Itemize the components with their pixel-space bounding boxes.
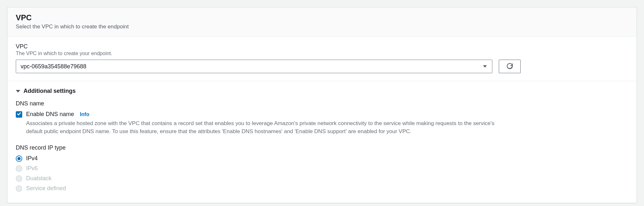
enable-dns-name-row: Enable DNS name Info — [16, 111, 628, 118]
vpc-select[interactable]: vpc-0659a354588e79688 — [16, 60, 492, 73]
dns-name-heading: DNS name — [16, 100, 628, 107]
dns-record-ip-type-group: DNS record IP type IPv4 IPv6 Dualstack S… — [16, 144, 628, 192]
refresh-icon — [506, 63, 513, 71]
radio-service-defined-label: Service defined — [26, 185, 66, 192]
radio-service-defined — [16, 185, 22, 192]
additional-settings-section: Additional settings DNS name Enable DNS … — [7, 81, 637, 203]
radio-dualstack-row: Dualstack — [16, 175, 628, 182]
vpc-field-label: VPC — [16, 43, 628, 50]
vpc-panel: VPC Select the VPC in which to create th… — [7, 7, 637, 203]
radio-ipv6-label: IPv6 — [26, 165, 38, 172]
radio-ipv4[interactable] — [16, 155, 22, 162]
radio-dualstack-label: Dualstack — [26, 175, 52, 182]
additional-settings-toggle[interactable]: Additional settings — [16, 88, 628, 94]
checkmark-icon — [17, 111, 21, 118]
radio-dualstack — [16, 175, 22, 182]
panel-subtitle: Select the VPC in which to create the en… — [16, 24, 628, 30]
radio-ipv4-label: IPv4 — [26, 155, 38, 162]
radio-ipv6-row: IPv6 — [16, 165, 628, 172]
vpc-select-section: VPC The VPC in which to create your endp… — [7, 37, 637, 81]
dns-record-ip-type-heading: DNS record IP type — [16, 144, 628, 151]
refresh-button[interactable] — [499, 60, 521, 73]
info-link[interactable]: Info — [80, 112, 89, 117]
panel-title: VPC — [16, 13, 628, 22]
radio-service-defined-row: Service defined — [16, 185, 628, 192]
radio-ipv4-row: IPv4 — [16, 155, 628, 162]
enable-dns-name-label: Enable DNS name — [26, 111, 74, 118]
enable-dns-name-checkbox[interactable] — [16, 111, 22, 118]
additional-settings-title: Additional settings — [24, 88, 76, 94]
vpc-field-hint: The VPC in which to create your endpoint… — [16, 51, 628, 56]
enable-dns-name-description: Associates a private hosted zone with th… — [26, 120, 509, 135]
vpc-select-wrapper: vpc-0659a354588e79688 — [16, 60, 492, 73]
panel-header: VPC Select the VPC in which to create th… — [7, 7, 637, 37]
caret-down-icon — [16, 90, 20, 93]
radio-ipv6 — [16, 165, 22, 172]
vpc-select-row: vpc-0659a354588e79688 — [16, 60, 628, 73]
